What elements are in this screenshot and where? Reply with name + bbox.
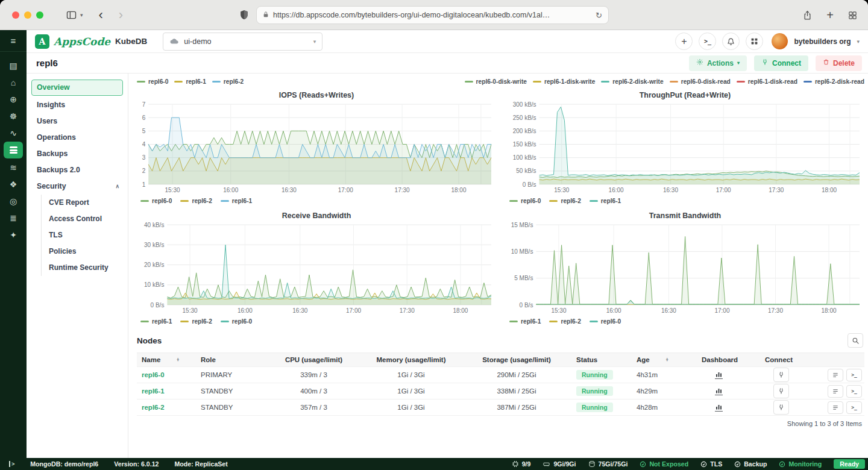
legend-dash-icon: [221, 321, 229, 322]
rail-item-apps[interactable]: ❖: [4, 176, 23, 192]
sidebar-item-users[interactable]: Users: [27, 113, 128, 130]
legend-item[interactable]: repl6-1-disk-read: [737, 78, 797, 85]
legend-item[interactable]: repl6-0-disk-write: [465, 78, 527, 85]
reload-icon[interactable]: ↻: [596, 11, 602, 20]
legend-item[interactable]: repl6-2: [549, 318, 580, 325]
sidebar-item-operations[interactable]: Operations: [27, 130, 128, 146]
appscode-logo-icon[interactable]: A: [35, 34, 49, 49]
legend-item[interactable]: repl6-2: [180, 198, 212, 204]
legend-item[interactable]: repl6-0: [590, 318, 621, 325]
legend-label: repl6-1: [186, 78, 206, 85]
rail-item-home[interactable]: ⌂: [4, 74, 23, 90]
search-icon[interactable]: [848, 333, 863, 348]
rail-item-watch[interactable]: ◎: [4, 193, 23, 209]
terminal-button[interactable]: >_: [699, 33, 716, 50]
legend-item[interactable]: repl6-1-disk-write: [533, 78, 595, 85]
node-connect-button[interactable]: [773, 384, 789, 398]
sidebar-item-backups-2-0[interactable]: Backups 2.0: [27, 162, 128, 178]
sidebar-item-tls[interactable]: TLS: [42, 227, 128, 243]
legend-item[interactable]: repl6-0-disk-read: [670, 78, 731, 85]
delete-button[interactable]: Delete: [816, 55, 862, 71]
sidebar-item-cve-report[interactable]: CVE Report: [42, 195, 128, 211]
node-connect-button[interactable]: [773, 368, 789, 382]
sidebar-item-label: Backups: [37, 146, 68, 162]
sidebar-caret-icon[interactable]: ▾: [80, 12, 83, 18]
actions-button[interactable]: Actions ▾: [689, 55, 747, 71]
cluster-selector[interactable]: ui-demo ▾: [163, 33, 322, 51]
node-shell-button[interactable]: >_: [846, 385, 862, 398]
node-logs-button[interactable]: [828, 401, 843, 414]
sidebar-item-backups[interactable]: Backups: [27, 146, 128, 162]
new-tab-button[interactable]: +: [826, 8, 834, 22]
forward-button[interactable]: ›: [119, 8, 123, 22]
legend-item[interactable]: repl6-1: [590, 198, 621, 204]
legend-item[interactable]: repl6-0: [137, 78, 168, 85]
minimize-window-button[interactable]: [24, 11, 31, 19]
rail-collapse-icon[interactable]: ≡: [0, 30, 27, 52]
node-connect-button[interactable]: [773, 400, 789, 415]
node-logs-button[interactable]: [828, 369, 843, 381]
privacy-shield-icon[interactable]: [240, 10, 248, 22]
sidebar-item-access-control[interactable]: Access Control: [42, 211, 128, 227]
legend-item[interactable]: repl6-1: [174, 78, 206, 85]
add-button[interactable]: +: [675, 33, 693, 50]
svg-text:17:30: 17:30: [400, 307, 415, 314]
legend-item[interactable]: repl6-2-disk-read: [804, 78, 864, 85]
node-name-link[interactable]: repl6-2: [142, 404, 165, 411]
legend-item[interactable]: repl6-2-disk-write: [601, 78, 663, 85]
node-logs-button[interactable]: [828, 385, 843, 398]
connect-button[interactable]: Connect: [754, 55, 808, 71]
rail-item-trends[interactable]: ∿: [4, 125, 23, 141]
sort-icon[interactable]: ▲▼: [176, 358, 180, 362]
node-name-link[interactable]: repl6-1: [142, 387, 165, 395]
org-avatar[interactable]: [772, 33, 788, 49]
svg-text:17:00: 17:00: [338, 187, 353, 193]
legend-item[interactable]: repl6-1: [509, 318, 541, 325]
url-bar[interactable]: https://db.appscode.com/bytebuilders-org…: [256, 6, 609, 24]
dashboard-link[interactable]: [715, 404, 723, 412]
statusbar-expand-icon[interactable]: >: [9, 461, 14, 467]
clusters-icon: ⊕: [10, 95, 17, 104]
legend-item[interactable]: repl6-2: [180, 318, 212, 325]
sidebar-item-runtime-security[interactable]: Runtime Security: [42, 260, 128, 276]
share-icon[interactable]: [803, 10, 812, 20]
sort-icon[interactable]: ▲▼: [665, 358, 669, 362]
sidebar-item-policies[interactable]: Policies: [42, 243, 128, 260]
legend-item[interactable]: repl6-2: [549, 198, 580, 204]
legend-item[interactable]: repl6-1: [140, 318, 172, 325]
chart-legend: repl6-1repl6-2repl6-0: [140, 318, 496, 325]
legend-item[interactable]: repl6-2: [212, 78, 244, 85]
dashboard-link[interactable]: [715, 387, 723, 395]
legend-dash-icon: [140, 200, 149, 202]
dashboard-link[interactable]: [715, 371, 723, 379]
sidebar-item-insights[interactable]: Insights: [27, 97, 128, 113]
legend-item[interactable]: repl6-0: [509, 198, 541, 204]
status-check-icon: [640, 461, 646, 468]
zoom-window-button[interactable]: [36, 11, 43, 19]
close-window-button[interactable]: [12, 11, 19, 19]
rail-item-databases[interactable]: ▤: [4, 57, 23, 74]
rail-item-backups[interactable]: ≋: [4, 159, 23, 175]
tab-overview-icon[interactable]: [848, 11, 857, 20]
rail-item-clusters[interactable]: ⊕: [4, 91, 23, 107]
back-button[interactable]: ‹: [99, 8, 103, 22]
node-shell-button[interactable]: >_: [846, 369, 862, 381]
notifications-bell-icon[interactable]: [722, 33, 740, 50]
rail-item-kubernetes[interactable]: ☸: [4, 108, 23, 124]
sidebar-toggle-icon[interactable]: [66, 11, 77, 19]
legend-label: repl6-2: [224, 78, 244, 85]
sidebar-item-security[interactable]: Security∧: [27, 178, 128, 195]
column-header-age[interactable]: Age▲▼: [632, 356, 697, 363]
node-shell-button[interactable]: >_: [846, 401, 862, 414]
rail-item-mongodb[interactable]: [4, 142, 23, 158]
node-name-link[interactable]: repl6-0: [142, 371, 165, 378]
rail-item-layers[interactable]: ≣: [4, 210, 23, 226]
legend-item[interactable]: repl6-0: [140, 198, 172, 204]
column-header-name[interactable]: Name▲▼: [137, 356, 196, 363]
apps-grid-icon[interactable]: [746, 33, 763, 50]
org-chevron-down-icon[interactable]: ▾: [857, 39, 860, 45]
legend-item[interactable]: repl6-1: [221, 198, 252, 204]
rail-item-security[interactable]: ✦: [4, 227, 23, 243]
sidebar-item-overview[interactable]: Overview: [31, 80, 123, 96]
legend-item[interactable]: repl6-0: [221, 318, 252, 325]
